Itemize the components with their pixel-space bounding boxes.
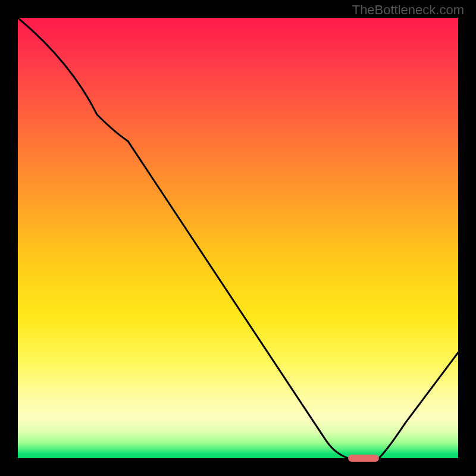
- curve-line: [18, 18, 458, 458]
- watermark-text: TheBottleneck.com: [352, 2, 464, 18]
- chart-container: TheBottleneck.com: [0, 0, 476, 476]
- curve-svg: [18, 18, 458, 458]
- floor-marker: [348, 455, 379, 462]
